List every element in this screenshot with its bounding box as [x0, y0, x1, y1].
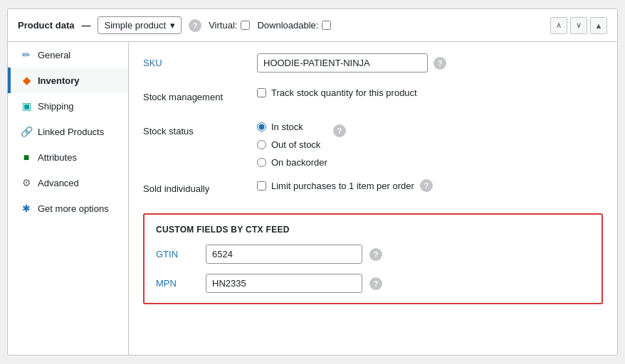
virtual-label: Virtual:	[209, 20, 237, 31]
nav-up-button[interactable]: ∧	[550, 17, 567, 34]
radio-out-of-stock-label: Out of stock	[271, 139, 320, 150]
mpn-label: MPN	[156, 278, 199, 289]
sidebar-item-inventory[interactable]: ◆ Inventory	[8, 68, 128, 93]
panel-header: Product data — Simple product ▾ ? Virtua…	[8, 9, 617, 42]
nav-collapse-button[interactable]: ▲	[590, 17, 607, 34]
gtin-help-icon[interactable]: ?	[369, 248, 382, 261]
product-type-select[interactable]: Simple product ▾	[98, 16, 182, 34]
sidebar-item-general-label: General	[38, 50, 70, 60]
panel-title: Product data	[18, 20, 74, 31]
virtual-field: Virtual:	[209, 20, 250, 31]
radio-out-of-stock[interactable]: Out of stock	[257, 139, 327, 150]
sidebar-item-shipping-label: Shipping	[38, 101, 74, 112]
shipping-icon: ▣	[21, 100, 32, 112]
product-type-dropdown-icon: ▾	[170, 20, 175, 31]
stock-status-help-icon[interactable]: ?	[333, 124, 346, 137]
stock-status-row: Stock status In stock Out of stock	[143, 122, 603, 168]
stock-management-checkbox-label[interactable]: Track stock quantity for this product	[257, 87, 417, 98]
sidebar-item-linked-products[interactable]: 🔗 Linked Products	[8, 119, 128, 144]
general-icon: ✏	[21, 49, 32, 60]
sidebar-item-attributes-label: Attributes	[38, 152, 77, 163]
sidebar-item-advanced[interactable]: ⚙ Advanced	[8, 170, 128, 196]
sidebar-item-general[interactable]: ✏ General	[8, 42, 128, 68]
attributes-icon: ■	[21, 151, 32, 163]
sidebar-item-inventory-label: Inventory	[38, 75, 80, 86]
stock-management-checkbox[interactable]	[257, 88, 266, 97]
sidebar-item-attributes[interactable]: ■ Attributes	[8, 144, 128, 170]
sidebar-item-get-more-options[interactable]: ✱ Get more options	[8, 196, 128, 221]
sidebar-item-shipping[interactable]: ▣ Shipping	[8, 93, 128, 119]
stock-management-checkbox-text: Track stock quantity for this product	[271, 87, 417, 98]
sku-help-icon[interactable]: ?	[434, 57, 446, 70]
sold-individually-content: Limit purchases to 1 item per order ?	[257, 179, 603, 192]
nav-down-button[interactable]: ∨	[570, 17, 587, 34]
sidebar-item-advanced-label: Advanced	[38, 178, 79, 188]
gtin-label: GTIN	[156, 249, 199, 259]
downloadable-label: Downloadable:	[257, 20, 318, 31]
get-more-options-icon: ✱	[21, 203, 32, 214]
sku-field-content: ?	[257, 53, 603, 73]
product-type-help-icon[interactable]: ?	[189, 19, 201, 32]
mpn-help-icon[interactable]: ?	[369, 277, 382, 290]
stock-management-label: Stock management	[143, 87, 257, 102]
sku-row: SKU ?	[143, 53, 603, 76]
radio-in-stock[interactable]: In stock	[257, 122, 327, 132]
advanced-icon: ⚙	[21, 177, 32, 188]
custom-fields-box: CUSTOM FIELDS by CTX Feed GTIN ? MPN ?	[143, 213, 603, 304]
sku-label: SKU	[143, 53, 257, 68]
radio-on-backorder-label: On backorder	[271, 157, 327, 168]
panel-separator: —	[81, 20, 90, 31]
sold-individually-checkbox-text: Limit purchases to 1 item per order	[271, 181, 414, 191]
sold-individually-label: Sold individually	[143, 179, 257, 194]
product-data-panel: Product data — Simple product ▾ ? Virtua…	[7, 9, 618, 355]
stock-status-content: In stock Out of stock On backorder ?	[257, 122, 603, 168]
product-type-label: Simple product	[104, 20, 166, 31]
inventory-icon: ◆	[21, 75, 32, 86]
downloadable-field: Downloadable:	[257, 20, 331, 31]
radio-in-stock-label: In stock	[271, 122, 303, 132]
stock-management-content: Track stock quantity for this product	[257, 87, 603, 98]
downloadable-checkbox[interactable]	[322, 21, 331, 30]
sidebar-item-get-more-options-label: Get more options	[38, 203, 109, 214]
stock-management-row: Stock management Track stock quantity fo…	[143, 87, 603, 110]
panel-body: ✏ General ◆ Inventory ▣ Shipping 🔗 Linke…	[8, 42, 617, 355]
sku-input[interactable]	[257, 53, 428, 73]
sold-individually-help-icon[interactable]: ?	[420, 179, 433, 192]
mpn-input[interactable]	[206, 274, 362, 293]
radio-out-of-stock-input[interactable]	[257, 140, 266, 149]
gtin-input[interactable]	[206, 245, 362, 264]
sidebar: ✏ General ◆ Inventory ▣ Shipping 🔗 Linke…	[8, 42, 129, 355]
mpn-row: MPN ?	[156, 274, 590, 293]
virtual-checkbox[interactable]	[241, 21, 250, 30]
stock-status-label: Stock status	[143, 122, 257, 136]
sold-individually-checkbox[interactable]	[257, 181, 266, 191]
radio-in-stock-input[interactable]	[257, 122, 266, 132]
sold-individually-checkbox-label[interactable]: Limit purchases to 1 item per order	[257, 181, 414, 191]
main-content: SKU ? Stock management Track stock quant…	[129, 42, 617, 355]
radio-on-backorder-input[interactable]	[257, 158, 266, 167]
sold-individually-row: Sold individually Limit purchases to 1 i…	[143, 179, 603, 202]
stock-status-radio-group: In stock Out of stock On backorder	[257, 122, 327, 168]
gtin-row: GTIN ?	[156, 245, 590, 264]
linked-products-icon: 🔗	[21, 126, 32, 137]
custom-fields-title: CUSTOM FIELDS by CTX Feed	[156, 225, 590, 235]
radio-on-backorder[interactable]: On backorder	[257, 157, 327, 168]
sku-link[interactable]: SKU	[143, 58, 162, 68]
nav-buttons: ∧ ∨ ▲	[550, 17, 607, 34]
sidebar-item-linked-products-label: Linked Products	[38, 127, 104, 137]
